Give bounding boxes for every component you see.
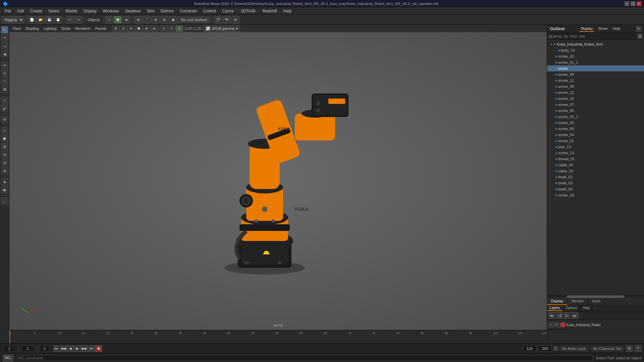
step-back-btn[interactable]: ◀◀	[60, 345, 67, 352]
char-set-help-btn[interactable]: ?	[635, 345, 641, 352]
layer-p-btn[interactable]: P	[554, 322, 559, 327]
menu-windows[interactable]: Windows	[100, 8, 122, 14]
subtab-layers[interactable]: Layers	[547, 305, 563, 311]
vp-shade2[interactable]: 5	[168, 25, 175, 32]
vp-tool3[interactable]: ⊟	[127, 25, 135, 32]
minimize-button[interactable]: —	[625, 1, 629, 6]
vp-tool5[interactable]: ⊠	[143, 25, 150, 32]
tree-item-screw06[interactable]: ◈ screw_06	[547, 126, 644, 132]
menu-display[interactable]: Display	[81, 8, 99, 14]
render-btn[interactable]: 🎬	[214, 16, 222, 23]
cluster-btn[interactable]: ⊞	[1, 143, 8, 150]
tree-item-cable04[interactable]: ◈ cable_04	[547, 162, 644, 168]
show-manip-btn[interactable]: ⊛	[1, 116, 8, 123]
tree-item-screw09[interactable]: ◈ screw_09	[547, 83, 644, 89]
save-as-btn[interactable]: 📋	[54, 16, 62, 23]
menu-redshift[interactable]: Redshift	[260, 8, 280, 14]
playhead[interactable]	[9, 330, 10, 343]
scale-tool-btn[interactable]: ⤡	[1, 77, 8, 85]
close-button[interactable]: ✕	[637, 1, 641, 6]
menu-modify[interactable]: Modify	[63, 8, 80, 14]
vp-menu-shading[interactable]: Shading	[23, 26, 41, 31]
tree-item-jack13[interactable]: ◈ jack_13	[547, 144, 644, 150]
universal-manip-btn[interactable]: ⊠	[1, 85, 8, 93]
ipr-btn[interactable]: 📷	[223, 16, 231, 23]
snap-point-btn[interactable]: ⊕	[152, 16, 160, 23]
vp-tool4[interactable]: ⬢	[135, 25, 143, 32]
anim-layer-label[interactable]: No Anim Layer	[560, 346, 589, 351]
ik-handle-btn[interactable]: ⬢	[1, 135, 8, 142]
snap-surface-btn[interactable]: ⊗	[160, 16, 168, 23]
play-fwd-btn[interactable]: ▶	[74, 345, 81, 352]
vp-menu-panels[interactable]: Panels	[93, 26, 109, 31]
total-frames-input[interactable]	[538, 345, 552, 352]
subtab-options[interactable]: Options	[563, 305, 580, 311]
paint-select-btn[interactable]: ◁	[1, 42, 8, 50]
auto-key-btn[interactable]: ⏺	[95, 345, 102, 352]
outliner-scrollbar[interactable]	[547, 295, 644, 298]
menu-help[interactable]: Help	[280, 8, 294, 14]
mode-dropdown[interactable]: Rigging	[1, 16, 24, 23]
tree-item-screw05[interactable]: ◈ screw_05	[547, 108, 644, 114]
paint-skin-btn[interactable]: ◈	[1, 178, 8, 185]
menu-create[interactable]: Create	[28, 8, 45, 14]
joint-tool-btn[interactable]: ⬡	[1, 127, 8, 134]
anim-fwd-key-btn[interactable]: |▷	[564, 312, 571, 319]
subtab-help[interactable]: Help	[580, 305, 593, 311]
step-fwd-btn[interactable]: ▶▶	[81, 345, 88, 352]
snap-view-btn[interactable]: ◉	[169, 16, 177, 23]
snap-grid-btn[interactable]: ⊞	[134, 16, 142, 23]
vp-tool2[interactable]: ⊡	[120, 25, 127, 32]
vp-menu-lighting[interactable]: Lighting	[42, 26, 59, 31]
soft-select-btn[interactable]: ◀	[1, 50, 8, 58]
vp-menu-view[interactable]: View	[11, 26, 23, 31]
skip-end-btn[interactable]: ⏭	[88, 345, 95, 352]
tree-item-screw02[interactable]: ◈ screw_02	[547, 53, 644, 59]
open-scene-btn[interactable]: 📂	[37, 16, 45, 23]
tree-item-braid03[interactable]: ◈ braid_03	[547, 180, 644, 186]
menu-deform[interactable]: Deform	[158, 8, 176, 14]
menu-edit[interactable]: Edit	[14, 8, 27, 14]
mel-input[interactable]	[16, 355, 593, 361]
anim-next-key-btn[interactable]: ⏭	[572, 312, 578, 319]
menu-skin[interactable]: Skin	[144, 8, 157, 14]
tree-item-body14[interactable]: ▶ ◈ body_14	[547, 47, 644, 53]
outliner-tab-help[interactable]: Help	[611, 26, 622, 32]
outliner-tab-display[interactable]: Display	[579, 26, 594, 32]
outliner-settings-btn[interactable]: ⚙	[637, 34, 643, 39]
menu-constrain[interactable]: Constrain	[177, 8, 200, 14]
rotate-tool-btn[interactable]: ↻	[1, 69, 8, 77]
playback-marker-input[interactable]	[40, 345, 50, 352]
menu-3dto[interactable]: -3DToAll-	[237, 8, 259, 14]
sculpt-btn[interactable]: 🖌	[1, 105, 8, 112]
outliner-tab-show[interactable]: Show	[597, 26, 609, 32]
range-start-input[interactable]	[21, 345, 35, 352]
render-settings-btn[interactable]: ⚙	[231, 16, 239, 23]
skip-start-btn[interactable]: ⏮	[53, 345, 60, 352]
save-scene-btn[interactable]: 💾	[45, 16, 53, 23]
menu-skeleton[interactable]: Skeleton	[122, 8, 144, 14]
vp-tool6[interactable]: ◈	[151, 25, 158, 32]
wire-tool-btn[interactable]: ⊕	[1, 167, 8, 174]
tree-item-screw08[interactable]: ◈ screw_08	[547, 71, 644, 77]
tree-item-braid02[interactable]: ◈ braid_02	[547, 174, 644, 180]
select-by-hierarchy-btn[interactable]: ⬡	[105, 16, 113, 23]
more-tools-btn[interactable]: …	[1, 197, 8, 204]
anim-back-key-btn[interactable]: ◁|	[556, 312, 563, 319]
redo-btn[interactable]: ↪	[74, 16, 83, 23]
tree-item-cable03[interactable]: ◈ cable_03	[547, 168, 644, 174]
tree-item-screw03[interactable]: ◈ screw_03	[547, 120, 644, 126]
vp-tool1[interactable]: ⊞	[112, 25, 119, 32]
move-tool-btn[interactable]: ✛	[1, 61, 8, 69]
tree-item-screw19[interactable]: ◈ screw_19	[547, 192, 644, 198]
play-back-btn[interactable]: ◀	[67, 345, 74, 352]
char-set-settings-btn[interactable]: ⚙	[626, 345, 633, 352]
anim-prev-key-btn[interactable]: ⏮	[548, 312, 555, 319]
bottom-tab-anim[interactable]: Anim	[588, 298, 605, 305]
tree-item-screw07[interactable]: ◈ screw_07	[547, 102, 644, 108]
select-by-type-btn[interactable]: ⬢	[114, 16, 122, 23]
menu-select[interactable]: Select	[46, 8, 62, 14]
tree-item-screw04[interactable]: ◈ screw_04	[547, 132, 644, 138]
tree-item-screw13[interactable]: ◈ screw_13	[547, 150, 644, 156]
region-bind-btn[interactable]: ◉	[1, 186, 8, 193]
